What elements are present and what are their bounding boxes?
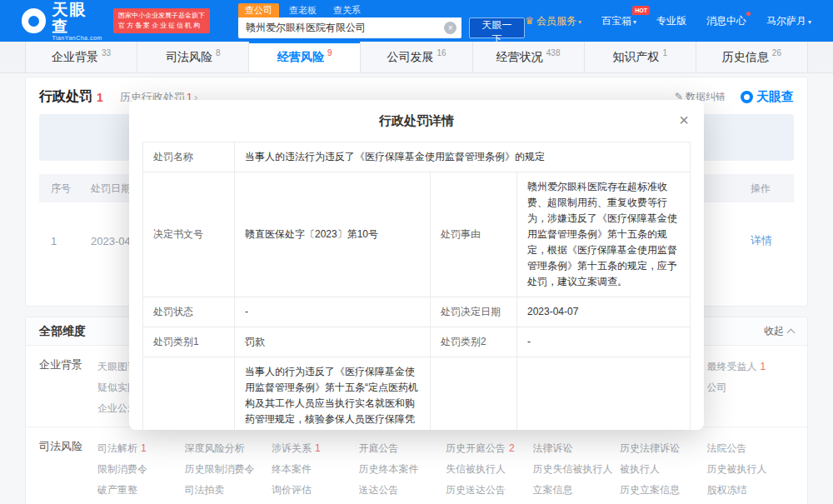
tab-history-info[interactable]: 历史信息26 bbox=[696, 42, 808, 72]
dimension-link[interactable]: 公司 bbox=[707, 381, 795, 395]
badge-line2: 官方备案企业征信机构 bbox=[118, 21, 205, 31]
field-label: 处罚决定日期 bbox=[430, 297, 516, 327]
dimension-link[interactable]: 终本案件 bbox=[272, 462, 359, 477]
username: 马尔萨月 bbox=[766, 15, 806, 27]
search-tab-relation[interactable]: 查关系 bbox=[327, 3, 367, 17]
dimension-category: 司法风险 司法解析1深度风险分析涉诉关系1开庭公告历史开庭公告2法律诉讼历史法律… bbox=[26, 427, 807, 504]
field-value bbox=[516, 357, 690, 431]
field-label: 处罚名称 bbox=[143, 142, 235, 172]
field-label: 处罚类别1 bbox=[143, 327, 235, 357]
chevron-down-icon: ▾ bbox=[578, 18, 581, 26]
search-tabs: 查公司 查老板 查关系 bbox=[238, 4, 525, 17]
penalty-detail-table: 处罚名称 当事人的违法行为违反了《医疗保障基金使用监督管理条例》的规定 决定书文… bbox=[142, 142, 691, 430]
dimension-link[interactable]: 历史法律诉讼 bbox=[620, 442, 707, 456]
dimension-link[interactable]: 司法拍卖 bbox=[185, 483, 272, 497]
tab-company-development[interactable]: 公司发展16 bbox=[361, 42, 472, 72]
section-count: 1 bbox=[97, 91, 103, 104]
dimension-link[interactable]: 送达公告 bbox=[359, 483, 446, 497]
dimension-link[interactable]: 法律诉讼 bbox=[533, 442, 621, 456]
logo-text: 天眼查 TianYanCha.com bbox=[52, 2, 103, 41]
field-value: - bbox=[235, 297, 431, 327]
dimension-grid: 司法解析1深度风险分析涉诉关系1开庭公告历史开庭公告2法律诉讼历史法律诉讼法院公… bbox=[97, 438, 794, 501]
top-nav: ♛会员服务▾ HOT百宝箱▾ 专业版 消息中心 马尔萨月▾ bbox=[525, 14, 811, 28]
field-value: - bbox=[516, 327, 690, 357]
tab-business-status[interactable]: 经营状况438 bbox=[473, 42, 585, 72]
dimension-link[interactable]: 涉诉关系1 bbox=[272, 442, 359, 456]
dimension-link[interactable]: 历史限制消费令 bbox=[185, 462, 272, 477]
tab-intellectual-property[interactable]: 知识产权1 bbox=[585, 42, 696, 72]
dimensions-title: 全部维度 bbox=[39, 324, 86, 339]
detail-row-status-date: 处罚状态 - 处罚决定日期 2023-04-07 bbox=[143, 297, 691, 327]
dimension-link[interactable]: 立案信息 bbox=[533, 483, 621, 497]
member-service-label: 会员服务 bbox=[536, 15, 576, 27]
dimension-link[interactable]: 历史终本案件 bbox=[359, 462, 446, 477]
badge-line1: 国家中小企业发展子基金旗下 bbox=[118, 11, 205, 21]
member-service-menu[interactable]: ♛会员服务▾ bbox=[525, 14, 581, 28]
detail-link[interactable]: 详情 bbox=[751, 233, 794, 248]
tianyancha-logo[interactable]: 天眼查 TianYanCha.com bbox=[22, 2, 103, 41]
field-value: 2023-04-07 bbox=[516, 297, 690, 327]
search-tab-boss[interactable]: 查老板 bbox=[282, 3, 323, 17]
field-label: 处罚事由 bbox=[430, 172, 516, 297]
dimension-link[interactable]: 失信被执行人 bbox=[446, 462, 533, 477]
dimension-link[interactable]: 股权冻结 bbox=[707, 483, 795, 497]
clear-search-icon[interactable]: × bbox=[444, 22, 456, 34]
detail-row-content: 当事人的行为违反了《医疗保障基金使用监督管理条例》第十五条“定点医药机构及其工作… bbox=[143, 357, 691, 431]
treasure-box-label: 百宝箱 bbox=[601, 15, 631, 27]
tab-business-background[interactable]: 企业背景33 bbox=[25, 42, 137, 72]
dimension-link[interactable]: 开庭公告 bbox=[359, 442, 446, 456]
dimension-link[interactable]: 深度风险分析 bbox=[185, 442, 272, 456]
detail-row-types: 处罚类别1 罚款 处罚类别2 - bbox=[143, 327, 691, 357]
modal-title: 行政处罚详情 bbox=[129, 100, 704, 140]
dimension-link[interactable]: 被执行人 bbox=[620, 462, 707, 477]
field-value: 赣直医保处字〔2023〕第10号 bbox=[235, 172, 431, 297]
field-label bbox=[430, 357, 516, 431]
tab-operational-risk[interactable]: 经营风险9 bbox=[249, 42, 361, 72]
chevron-down-icon: ▾ bbox=[808, 18, 811, 26]
dimension-link[interactable]: 限制消费令 bbox=[97, 462, 185, 477]
crown-icon: ♛ bbox=[525, 15, 534, 27]
message-center-link[interactable]: 消息中心 bbox=[706, 14, 746, 28]
row-index: 1 bbox=[39, 235, 91, 247]
close-icon[interactable]: × bbox=[676, 108, 692, 132]
search-tab-company[interactable]: 查公司 bbox=[238, 3, 279, 17]
dimension-link[interactable]: 询价评估 bbox=[272, 483, 359, 497]
field-value: 罚款 bbox=[235, 327, 431, 357]
tab-judicial-risk[interactable]: 司法风险8 bbox=[137, 42, 249, 72]
pro-version-link[interactable]: 专业版 bbox=[656, 14, 686, 28]
field-label: 处罚状态 bbox=[143, 297, 235, 327]
chevron-down-icon: ▾ bbox=[633, 18, 636, 26]
section-title: 行政处罚 bbox=[39, 88, 92, 106]
dimension-link[interactable]: 历史送达公告 bbox=[446, 483, 533, 497]
dimension-link[interactable]: 司法解析1 bbox=[97, 442, 185, 456]
chevron-up-icon bbox=[787, 329, 796, 337]
gov-certification-badge: 国家中小企业发展子基金旗下 官方备案企业征信机构 bbox=[113, 8, 210, 33]
penalty-detail-modal: 行政处罚详情 × 处罚名称 当事人的违法行为违反了《医疗保障基金使用监督管理条例… bbox=[129, 100, 704, 430]
tianyancha-eye-icon bbox=[22, 8, 46, 33]
dimension-link[interactable]: 法院公告 bbox=[707, 442, 795, 456]
collapse-button[interactable]: 收起 bbox=[764, 324, 794, 338]
field-value: 当事人的违法行为违反了《医疗保障基金使用监督管理条例》的规定 bbox=[235, 142, 691, 172]
logo-subtitle: TianYanCha.com bbox=[52, 35, 103, 41]
field-value: 赣州爱尔眼科医院存在超标准收费、超限制用药、重复收费等行为，涉嫌违反了《医疗保障… bbox=[516, 172, 690, 297]
category-name: 企业背景 bbox=[39, 357, 97, 419]
treasure-box-menu[interactable]: HOT百宝箱▾ bbox=[601, 14, 636, 28]
user-menu[interactable]: 马尔萨月▾ bbox=[766, 14, 811, 28]
field-label: 处罚类别2 bbox=[430, 327, 516, 357]
page: 天眼查 TianYanCha.com 国家中小企业发展子基金旗下 官方备案企业征… bbox=[0, 0, 833, 504]
field-label: 决定书文号 bbox=[143, 172, 235, 297]
search-input[interactable] bbox=[238, 17, 461, 38]
page-tabs: 企业背景33 司法风险8 经营风险9 公司发展16 经营状况438 知识产权1 … bbox=[0, 42, 833, 73]
search-block: 查公司 查老板 查关系 × 天眼一下 bbox=[238, 4, 525, 38]
logo-title: 天眼查 bbox=[52, 2, 103, 35]
search-button[interactable]: 天眼一下 bbox=[469, 17, 525, 38]
dimension-link[interactable]: 历史被执行人 bbox=[707, 462, 795, 477]
dimension-link[interactable]: 历史开庭公告2 bbox=[446, 442, 533, 456]
search-row: × 天眼一下 bbox=[238, 17, 525, 38]
dimension-link[interactable]: 破产重整 bbox=[97, 483, 185, 497]
detail-row-name: 处罚名称 当事人的违法行为违反了《医疗保障基金使用监督管理条例》的规定 bbox=[143, 142, 691, 172]
dimension-link[interactable]: 最终受益人1 bbox=[707, 360, 795, 374]
dimension-link[interactable]: 历史失信被执行人 bbox=[533, 462, 621, 477]
detail-row-doc-reason: 决定书文号 赣直医保处字〔2023〕第10号 处罚事由 赣州爱尔眼科医院存在超标… bbox=[143, 172, 691, 297]
dimension-link[interactable]: 历史立案信息 bbox=[620, 483, 707, 497]
